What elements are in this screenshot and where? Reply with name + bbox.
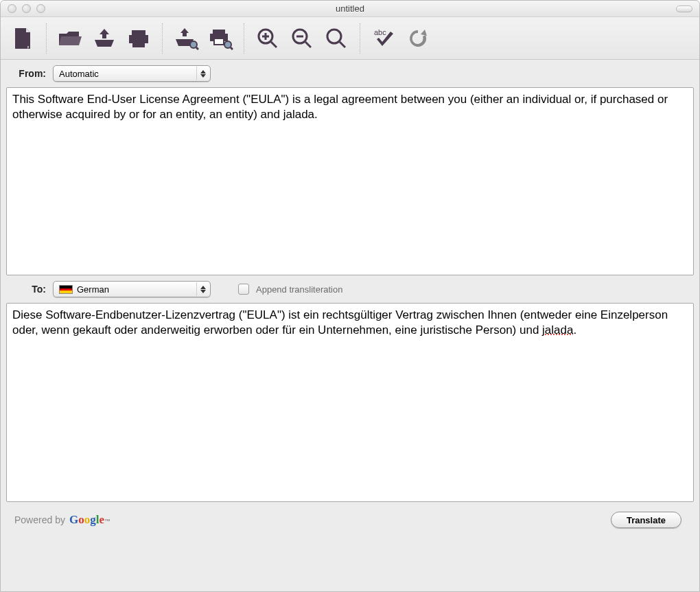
select-arrows-icon: [196, 67, 209, 80]
german-flag-icon: [59, 285, 73, 294]
google-logo: Google™: [69, 513, 110, 527]
from-label: From:: [10, 68, 46, 79]
app-window: untitled: [0, 0, 700, 592]
spellcheck-button[interactable]: abc: [369, 23, 399, 54]
toolbar-divider: [162, 23, 163, 54]
import-with-search-button[interactable]: [171, 23, 201, 54]
target-text-post: .: [573, 323, 576, 337]
source-text-input[interactable]: This Software End-User License Agreement…: [6, 87, 694, 275]
print-button[interactable]: [124, 23, 154, 54]
svg-point-0: [190, 41, 197, 48]
open-button[interactable]: [55, 23, 85, 54]
refresh-button[interactable]: [403, 23, 433, 54]
print-with-search-button[interactable]: [205, 23, 235, 54]
content-area: From: Automatic This Software End-User L…: [1, 60, 699, 591]
zoom-in-button[interactable]: [253, 23, 283, 54]
new-document-button[interactable]: [8, 23, 38, 54]
import-button[interactable]: [89, 23, 119, 54]
source-text: This Software End-User License Agreement…: [12, 93, 668, 121]
svg-point-1: [224, 41, 231, 48]
minimize-window-button[interactable]: [22, 4, 31, 13]
toolbar-divider: [244, 23, 244, 54]
powered-by-label: Powered by: [14, 514, 65, 525]
zoom-window-button[interactable]: [36, 4, 45, 13]
zoom-out-button[interactable]: [287, 23, 317, 54]
from-language-value: Automatic: [59, 69, 99, 79]
close-window-button[interactable]: [8, 4, 16, 13]
translate-button[interactable]: Translate: [611, 512, 681, 528]
toolbar: abc: [1, 17, 699, 60]
target-text-misspelled: jalada: [542, 323, 573, 337]
toolbar-divider: [46, 23, 47, 54]
to-label: To:: [10, 284, 46, 295]
toolbar-toggle-button[interactable]: [676, 5, 692, 12]
to-language-value: German: [77, 284, 109, 295]
toolbar-divider: [360, 23, 360, 54]
window-controls: [1, 4, 45, 13]
translate-button-label: Translate: [627, 515, 666, 525]
target-text-output[interactable]: Diese Software-Endbenutzer-Lizenzvertrag…: [6, 303, 694, 502]
to-row: To: German Append transliteration: [6, 275, 694, 303]
to-language-select[interactable]: German: [53, 281, 211, 297]
footer: Powered by Google™ Translate: [6, 502, 694, 538]
append-transliteration-label: Append transliteration: [256, 284, 342, 295]
svg-point-4: [327, 30, 341, 43]
window-title: untitled: [1, 3, 699, 14]
svg-text:abc: abc: [374, 28, 386, 36]
append-transliteration-checkbox[interactable]: [238, 284, 249, 295]
from-language-select[interactable]: Automatic: [53, 65, 211, 82]
from-row: From: Automatic: [6, 60, 694, 87]
titlebar: untitled: [1, 1, 699, 17]
powered-by: Powered by Google™: [14, 513, 110, 527]
select-arrows-icon: [196, 282, 209, 296]
search-button[interactable]: [321, 23, 351, 54]
